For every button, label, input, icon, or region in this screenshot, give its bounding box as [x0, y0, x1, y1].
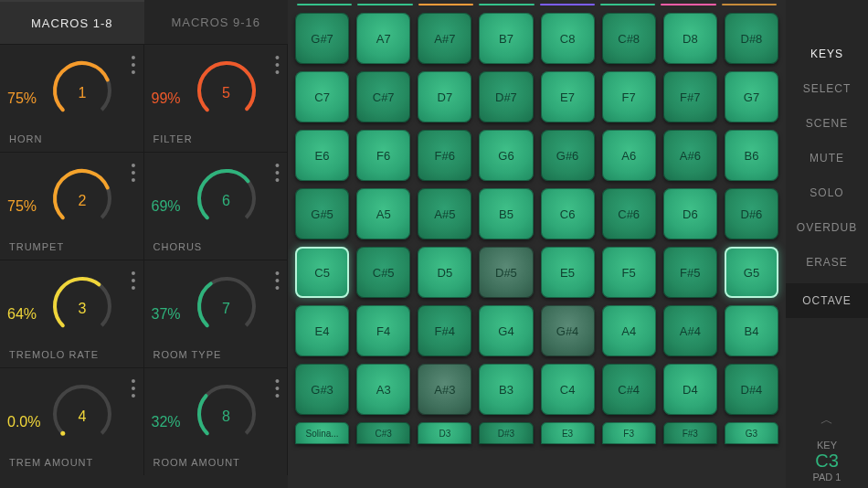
pad[interactable]: D#8	[725, 13, 778, 64]
macro-more-icon[interactable]: •••	[275, 52, 280, 78]
mode-solo[interactable]: SOLO	[786, 175, 868, 210]
macro-more-icon[interactable]: •••	[275, 160, 280, 186]
track-color[interactable]	[540, 4, 595, 5]
macro-dial[interactable]: 4	[46, 377, 119, 451]
macro-more-icon[interactable]: •••	[275, 268, 280, 293]
macro-dial[interactable]: 3	[46, 270, 119, 343]
pad[interactable]: D7	[418, 71, 471, 122]
track-color[interactable]	[357, 4, 412, 5]
pad[interactable]: B3	[479, 364, 533, 415]
pad[interactable]: G#4	[541, 305, 595, 356]
pad[interactable]: D#5	[479, 247, 533, 298]
pad[interactable]: D4	[663, 364, 717, 415]
pad[interactable]: A6	[602, 130, 656, 181]
pad[interactable]: F6	[356, 130, 410, 181]
macro-6[interactable]: •••69%6CHORUS	[144, 152, 289, 260]
pad[interactable]: B6	[725, 130, 778, 181]
macro-5[interactable]: •••99%5FILTER	[144, 44, 289, 152]
macro-4[interactable]: •••0.0%4TREM AMOUNT	[0, 367, 144, 475]
pad[interactable]: F#4	[418, 305, 471, 356]
track-color[interactable]	[418, 4, 473, 5]
pad[interactable]: G4	[479, 305, 533, 356]
pad[interactable]: A#7	[418, 13, 471, 64]
pad[interactable]: G#5	[295, 188, 349, 239]
pad[interactable]: A5	[356, 188, 410, 239]
macro-8[interactable]: •••32%8ROOM AMOUNT	[144, 367, 289, 475]
macro-more-icon[interactable]: •••	[132, 268, 136, 293]
macro-more-icon[interactable]: •••	[275, 376, 280, 401]
pad[interactable]: B4	[725, 305, 778, 356]
pad[interactable]: F#5	[663, 247, 717, 298]
track-color[interactable]	[479, 4, 534, 5]
pad[interactable]: F4	[356, 305, 410, 356]
pad[interactable]: A#5	[418, 188, 471, 239]
mode-keys[interactable]: KEYS	[786, 37, 868, 71]
pad[interactable]: A#3	[418, 364, 471, 415]
track-color[interactable]	[661, 4, 715, 5]
macro-7[interactable]: •••37%7ROOM TYPE	[144, 260, 289, 367]
macro-more-icon[interactable]: •••	[132, 376, 136, 401]
pad[interactable]: E4	[295, 305, 349, 356]
pad[interactable]: D#7	[479, 71, 533, 122]
pad[interactable]: C6	[541, 188, 595, 239]
macro-2[interactable]: •••75%2TRUMPET	[0, 152, 144, 260]
mode-overdub[interactable]: OVERDUB	[786, 210, 868, 245]
macro-dial[interactable]: 2	[46, 162, 119, 235]
macro-dial[interactable]: 1	[46, 54, 119, 127]
macro-dial[interactable]: 5	[190, 54, 263, 127]
macro-dial[interactable]: 8	[190, 377, 263, 451]
pad[interactable]: B7	[479, 13, 533, 64]
pad[interactable]: F3	[602, 422, 656, 444]
pad[interactable]: E7	[541, 71, 595, 122]
pad[interactable]: A4	[602, 305, 656, 356]
pad[interactable]: C#5	[356, 247, 410, 298]
pad[interactable]: C#3	[356, 422, 410, 444]
pad[interactable]: A3	[356, 364, 410, 415]
pad[interactable]: D5	[418, 247, 471, 298]
pad[interactable]: C#7	[356, 71, 410, 122]
macro-3[interactable]: •••64%3TREMOLO RATE	[0, 260, 144, 367]
pad[interactable]: D#6	[725, 188, 778, 239]
pad[interactable]: A#4	[663, 305, 717, 356]
pad[interactable]: F#6	[418, 130, 471, 181]
pad[interactable]: F#7	[663, 71, 717, 122]
mode-mute[interactable]: MUTE	[786, 141, 868, 175]
pad[interactable]: C8	[541, 13, 595, 64]
pad[interactable]: C5	[295, 247, 349, 298]
pad[interactable]: D#3	[479, 422, 533, 444]
pad[interactable]: G7	[725, 71, 778, 122]
pad[interactable]: F5	[602, 247, 656, 298]
pad[interactable]: C#4	[602, 364, 656, 415]
macro-more-icon[interactable]: •••	[132, 160, 136, 186]
pad[interactable]: C4	[541, 364, 595, 415]
pad[interactable]: F7	[602, 71, 656, 122]
track-color[interactable]	[722, 4, 777, 5]
mode-scene[interactable]: SCENE	[786, 106, 868, 141]
mode-erase[interactable]: ERASE	[786, 245, 868, 280]
pad[interactable]: F#3	[663, 422, 717, 444]
pad[interactable]: D#4	[725, 364, 778, 415]
pad[interactable]: D3	[418, 422, 471, 444]
pad[interactable]: C#8	[602, 13, 656, 64]
macro-1[interactable]: •••75%1HORN	[0, 44, 144, 152]
macro-more-icon[interactable]: •••	[132, 52, 136, 78]
pad[interactable]: A#6	[663, 130, 717, 181]
octave-up-icon[interactable]: ︿	[820, 407, 833, 434]
mode-select[interactable]: SELECT	[786, 71, 868, 106]
pad[interactable]: A7	[356, 13, 410, 64]
macro-dial[interactable]: 7	[190, 270, 263, 343]
pad[interactable]: C7	[295, 71, 349, 122]
pad[interactable]: D8	[663, 13, 717, 64]
pad[interactable]: G#3	[295, 364, 349, 415]
pad[interactable]: G3	[725, 422, 778, 444]
pad[interactable]: G#6	[541, 130, 595, 181]
pad[interactable]: G6	[479, 130, 533, 181]
tab-macros-1-8[interactable]: MACROS 1-8	[0, 0, 144, 44]
track-color[interactable]	[600, 4, 655, 5]
pad[interactable]: Solina...	[295, 422, 349, 444]
pad[interactable]: B5	[479, 188, 533, 239]
pad[interactable]: G5	[725, 247, 778, 298]
mode-octave[interactable]: OCTAVE	[786, 283, 868, 318]
pad[interactable]: G#7	[295, 13, 349, 64]
tab-macros-9-16[interactable]: MACROS 9-16	[144, 0, 289, 44]
